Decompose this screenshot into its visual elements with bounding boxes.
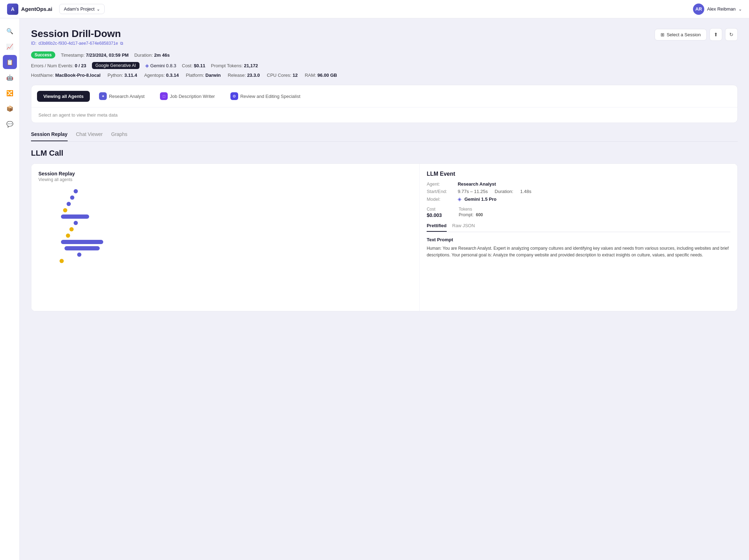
ram: RAM: 96.00 GB — [305, 73, 337, 78]
tab-job-description-writer[interactable]: □ Job Description Writer — [154, 89, 221, 103]
model-detail: Model: ◈ Gemini 1.5 Pro — [427, 196, 730, 202]
session-icon: ⊞ — [661, 32, 664, 37]
tab-session-replay[interactable]: Session Replay — [31, 131, 68, 141]
sidebar: 🔍 📈 📋 🤖 🔀 📦 💬 — [0, 18, 20, 560]
llm-card: Session Replay Viewing all agents — [31, 163, 738, 311]
session-id-label: ID: — [31, 41, 36, 46]
research-analyst-icon: ✦ — [99, 92, 107, 100]
timeline-dot — [66, 234, 70, 238]
status-badge: Success — [31, 51, 55, 58]
tab-all-agents[interactable]: Viewing all Agents — [37, 91, 90, 102]
logo-icon: A — [7, 4, 18, 15]
sidebar-item-flows[interactable]: 🔀 — [3, 86, 17, 100]
gemini-model-icon: ◈ — [458, 196, 462, 202]
text-prompt-content: Human: You are Research Analyst. Expert … — [427, 245, 730, 259]
review-icon: ⚙ — [230, 92, 238, 100]
main-content: Session Drill-Down ID: d3b86b2c-f930-4d1… — [20, 18, 749, 560]
release: Release: 23.3.0 — [228, 73, 260, 78]
timeline-dot — [63, 208, 67, 212]
platform: Platform: Darwin — [186, 73, 221, 78]
timeline-dot — [69, 227, 74, 231]
sidebar-item-packages[interactable]: 📦 — [3, 101, 17, 116]
timeline-dot — [74, 189, 78, 193]
timeline-row-6 — [74, 221, 412, 225]
tab-review-specialist[interactable]: ⚙ Review and Editing Specialist — [224, 89, 307, 103]
timeline-bar — [64, 246, 100, 250]
model-badge: ◈ Gemini 0.8.3 — [145, 63, 177, 68]
refresh-button[interactable]: ↻ — [725, 28, 738, 41]
timeline-row-9 — [60, 240, 412, 244]
hostname: HostName: MacBook-Pro-8.local — [31, 73, 100, 78]
gemini-icon: ◈ — [145, 63, 149, 68]
llm-event-title: LLM Event — [427, 171, 730, 177]
select-session-button[interactable]: ⊞ Select a Session — [655, 29, 707, 41]
sub-tabs: Prettified Raw JSON — [427, 223, 730, 232]
sidebar-item-analytics[interactable]: 📈 — [3, 39, 17, 54]
timeline-visual — [38, 189, 412, 263]
jd-writer-icon: □ — [160, 92, 168, 100]
page-header: Session Drill-Down ID: d3b86b2c-f930-4d1… — [31, 28, 738, 46]
duration: Duration: 2m 46s — [134, 52, 169, 58]
timeline-row-11 — [77, 253, 412, 257]
agentops-version: Agentops: 0.3.14 — [144, 73, 179, 78]
timeline-bar — [61, 240, 103, 244]
provider-badge: Google Generative AI — [92, 62, 140, 69]
logo-text: AgentOps.ai — [21, 6, 52, 12]
startend-detail: Start/End: 9.77s – 11.25s Duration: 1.48… — [427, 189, 730, 194]
agents-card: Viewing all Agents ✦ Research Analyst □ … — [31, 85, 738, 123]
sidebar-item-chat[interactable]: 💬 — [3, 117, 17, 131]
cost-tokens-row: Cost $0.003 Tokens Prompt: 600 — [427, 207, 730, 218]
chevron-down-icon — [97, 6, 100, 12]
replay-tabs: Session Replay Chat Viewer Graphs — [31, 131, 738, 142]
agent-detail: Agent: Research Analyst — [427, 181, 730, 187]
llm-replay-panel: Session Replay Viewing all agents — [31, 164, 420, 311]
tab-graphs[interactable]: Graphs — [111, 131, 128, 141]
page-title-area: Session Drill-Down ID: d3b86b2c-f930-4d1… — [31, 28, 123, 46]
timeline-row-1 — [74, 189, 412, 193]
llm-event-panel: LLM Event Agent: Research Analyst Start/… — [420, 164, 737, 311]
timeline-row-2 — [70, 195, 412, 200]
timeline-row-3 — [67, 202, 412, 206]
session-id-value: d3b86b2c-f930-4d17-aee7-674e6858371e — [38, 41, 118, 46]
subtab-rawjson[interactable]: Raw JSON — [452, 223, 475, 232]
timestamp: Timestamp: 7/23/2024, 03:59 PM — [61, 52, 129, 58]
page-title: Session Drill-Down — [31, 28, 123, 39]
timeline-dot — [70, 195, 74, 200]
meta-row-3: HostName: MacBook-Pro-8.local Python: 3.… — [31, 73, 738, 78]
tab-chat-viewer[interactable]: Chat Viewer — [76, 131, 103, 141]
timeline-dot — [74, 221, 78, 225]
copy-icon[interactable]: ⧉ — [120, 41, 123, 46]
prompt-tokens: Prompt Tokens: 21,172 — [211, 63, 258, 68]
agents-body: Select an agent to view their meta data — [31, 107, 737, 123]
errors-num-events: Errors / Num Events: 0 / 23 — [31, 63, 86, 68]
sidebar-item-agents[interactable]: 🤖 — [3, 70, 17, 85]
collapse-button[interactable]: ⬆ — [710, 28, 722, 41]
project-name: Adam's Project — [64, 6, 94, 12]
user-chevron-icon — [738, 6, 742, 12]
cost-item: Cost $0.003 — [427, 207, 442, 218]
llm-left-sub: Viewing all agents — [38, 177, 412, 182]
timeline-row-10 — [63, 246, 412, 250]
agents-tabs: Viewing all Agents ✦ Research Analyst □ … — [31, 85, 737, 107]
timeline-dot — [60, 259, 64, 263]
timeline-dot — [77, 253, 81, 257]
user-menu[interactable]: AR Alex Reibman — [693, 4, 742, 15]
sidebar-item-sessions[interactable]: 📋 — [3, 55, 17, 69]
timeline-dot — [67, 202, 71, 206]
timeline-row-12 — [60, 259, 412, 263]
tab-research-analyst[interactable]: ✦ Research Analyst — [93, 89, 151, 103]
meta-row-1: Success Timestamp: 7/23/2024, 03:59 PM D… — [31, 51, 738, 58]
text-prompt-label: Text Prompt — [427, 237, 730, 242]
sidebar-item-search[interactable]: 🔍 — [3, 24, 17, 38]
timeline-bar — [61, 214, 89, 219]
subtab-prettified[interactable]: Prettified — [427, 223, 446, 232]
timeline-row-8 — [66, 234, 412, 238]
tokens-item: Tokens Prompt: 600 — [459, 207, 483, 218]
user-name: Alex Reibman — [707, 6, 736, 12]
cost: Cost: $0.11 — [182, 63, 205, 68]
timeline-row-7 — [69, 227, 412, 231]
project-selector[interactable]: Adam's Project — [59, 4, 105, 14]
timeline-row-5 — [60, 214, 412, 219]
header-actions: ⊞ Select a Session ⬆ ↻ — [655, 28, 738, 41]
python-version: Python: 3.11.4 — [107, 73, 137, 78]
